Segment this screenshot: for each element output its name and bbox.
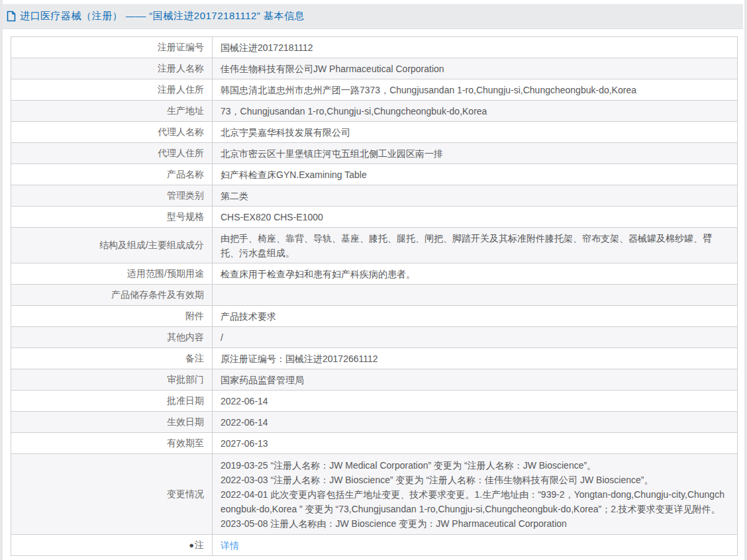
row-value: 73，Chungjusandan 1-ro,Chungju-si,Chungch… (213, 101, 738, 122)
row-value: 韩国忠清北道忠州市忠州产团一路7373，Chungjusandan 1-ro,C… (213, 79, 738, 101)
row-value: 2027-06-13 (213, 433, 738, 454)
row-value: 国械注进20172181112 (213, 37, 738, 58)
row-value (213, 285, 738, 306)
row-label: 批准日期 (11, 391, 213, 412)
row-label: ●注 (11, 535, 213, 556)
table-row: 管理类别 第二类 (11, 185, 738, 207)
page-header: 进口医疗器械（注册） —— “国械注进20172181112” 基本信息 (3, 4, 743, 29)
row-value: 详情 (213, 535, 738, 556)
table-row: 代理人名称 北京宇昊嘉华科技发展有限公司 (11, 122, 738, 143)
row-value: 妇产科检查床GYN.Examining Table (213, 164, 738, 185)
table-row: 适用范围/预期用途 检查床用于检查孕妇和患有妇产科疾病的患者。 (11, 263, 738, 285)
table-row: 备注 原注册证编号：国械注进20172661112 (11, 348, 738, 369)
row-label: 注册证编号 (11, 37, 213, 58)
table-row: 代理人住所 北京市密云区十里堡镇庄河屯五组北侧工业园区南一排 (11, 143, 738, 164)
row-label: 附件 (11, 306, 213, 327)
page-title: 进口医疗器械（注册） —— “国械注进20172181112” 基本信息 (20, 10, 305, 23)
row-value: 产品技术要求 (213, 306, 738, 327)
row-label: 代理人住所 (11, 143, 213, 164)
row-value: / (213, 327, 738, 348)
row-value: CHS-EX820 CHS-E1000 (213, 207, 738, 228)
row-label: 管理类别 (11, 185, 213, 207)
row-value: 佳伟生物科技有限公司JW Pharmaceutical Corporation (213, 58, 738, 79)
table-row: 注册人住所 韩国忠清北道忠州市忠州产团一路7373，Chungjusandan … (11, 79, 738, 101)
row-value: 国家药品监督管理局 (213, 369, 738, 391)
row-value: 北京市密云区十里堡镇庄河屯五组北侧工业园区南一排 (213, 143, 738, 164)
row-label: 代理人名称 (11, 122, 213, 143)
details-link[interactable]: 详情 (221, 540, 239, 551)
row-value: 2022-06-14 (213, 391, 738, 412)
table-row: 型号规格 CHS-EX820 CHS-E1000 (11, 207, 738, 228)
row-value: 由把手、椅座、靠背、导轨、基座、膝托、腿托、闸把、脚踏开关及其标准附件膝托架、帘… (213, 228, 738, 263)
row-label: 产品储存条件及有效期 (11, 285, 213, 306)
row-label: 审批部门 (11, 369, 213, 391)
row-label: 生产地址 (11, 101, 213, 122)
table-row-change-history: 变更情况 2019-03-25 “注册人名称：JW Medical Corpor… (11, 454, 738, 535)
table-row: 附件 产品技术要求 (11, 306, 738, 327)
content-panel: 进口医疗器械（注册） —— “国械注进20172181112” 基本信息 注册证… (3, 0, 744, 560)
table-row: 产品名称 妇产科检查床GYN.Examining Table (11, 164, 738, 185)
row-label: 注册人名称 (11, 58, 213, 79)
row-label: 生效日期 (11, 412, 213, 433)
row-label: 型号规格 (11, 207, 213, 228)
row-label: 其他内容 (11, 327, 213, 348)
table-row: 注册证编号 国械注进20172181112 (11, 37, 738, 58)
row-value: 2019-03-25 “注册人名称：JW Medical Corporation… (213, 454, 738, 535)
table-row: 批准日期 2022-06-14 (11, 391, 738, 412)
table-row: 注册人名称 佳伟生物科技有限公司JW Pharmaceutical Corpor… (11, 58, 738, 79)
table-row: 结构及组成/主要组成成分 由把手、椅座、靠背、导轨、基座、膝托、腿托、闸把、脚踏… (11, 228, 738, 263)
table-row: 审批部门 国家药品监督管理局 (11, 369, 738, 391)
table-row: 生产地址 73，Chungjusandan 1-ro,Chungju-si,Ch… (11, 101, 738, 122)
table-row-note: ●注 详情 (11, 535, 738, 556)
row-value: 2022-06-14 (213, 412, 738, 433)
row-value: 第二类 (213, 185, 738, 207)
row-label: 适用范围/预期用途 (11, 263, 213, 285)
table-row: 有效期至 2027-06-13 (11, 433, 738, 454)
note-label: 注 (195, 539, 204, 550)
table-row: 其他内容 / (11, 327, 738, 348)
note-icon: ● (189, 540, 194, 550)
row-value: 北京宇昊嘉华科技发展有限公司 (213, 122, 738, 143)
table-row: 产品储存条件及有效期 (11, 285, 738, 306)
document-icon (7, 11, 16, 22)
row-label: 产品名称 (11, 164, 213, 185)
table-row: 生效日期 2022-06-14 (11, 412, 738, 433)
row-label: 注册人住所 (11, 79, 213, 101)
info-table: 注册证编号 国械注进20172181112 注册人名称 佳伟生物科技有限公司JW… (11, 36, 738, 556)
row-value: 检查床用于检查孕妇和患有妇产科疾病的患者。 (213, 263, 738, 285)
row-value: 原注册证编号：国械注进20172661112 (213, 348, 738, 369)
row-label: 结构及组成/主要组成成分 (11, 228, 213, 263)
row-label: 变更情况 (11, 454, 213, 535)
row-label: 有效期至 (11, 433, 213, 454)
row-label: 备注 (11, 348, 213, 369)
